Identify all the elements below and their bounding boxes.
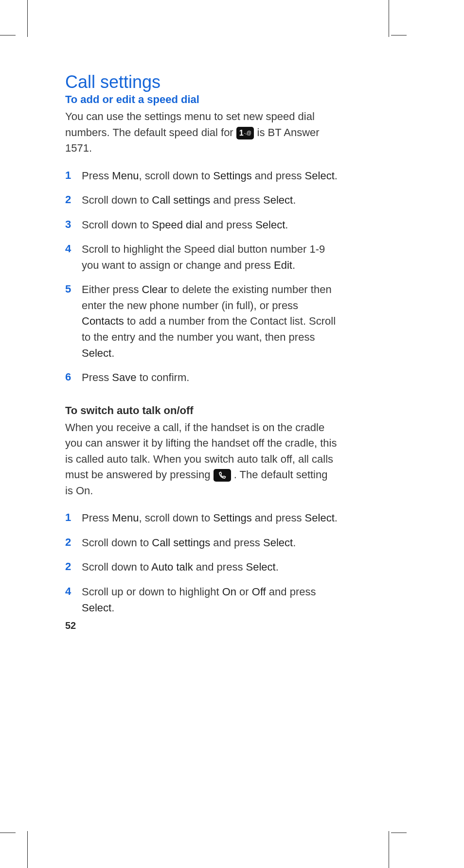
step-number: 1 [65,510,82,525]
steps-list-speed-dial: 1Press Menu, scroll down to Settings and… [65,168,338,386]
text-fragment: Press [82,170,112,182]
step-item: 4Scroll up or down to highlight On or Of… [65,584,338,616]
step-number: 4 [65,242,82,257]
text-fragment: . [335,170,338,182]
step-number: 2 [65,535,82,550]
text-fragment: Press [82,371,112,383]
step-item: 5Either press Clear to delete the existi… [65,282,338,361]
keyword: Clear [142,283,168,295]
crop-mark [391,833,407,833]
text-fragment: , scroll down to [139,512,213,524]
text-fragment: . [292,259,295,271]
text-fragment: and press [266,586,316,598]
step-text: Scroll down to Call settings and press S… [82,535,338,551]
step-text: Scroll to highlight the Speed dial butto… [82,242,338,273]
step-item: 1Press Menu, scroll down to Settings and… [65,168,338,184]
text-fragment: or [236,586,252,598]
step-number: 4 [65,584,82,599]
keyword: Contacts [82,315,124,327]
keyword: Settings [213,170,252,182]
step-number: 5 [65,282,82,297]
step-number: 6 [65,370,82,385]
keyword: Select [82,602,111,614]
text-fragment: . [111,347,114,359]
step-item: 4Scroll to highlight the Speed dial butt… [65,242,338,273]
text-fragment: . [293,537,296,549]
keyword: Select [263,537,293,549]
text-fragment: Scroll down to [82,561,151,573]
step-text: Press Menu, scroll down to Settings and … [82,510,338,526]
text-fragment: and press [210,194,263,206]
text-fragment: and press [210,537,263,549]
step-text: Either press Clear to delete the existin… [82,282,338,361]
text-fragment: . [293,194,296,206]
text-fragment: . [285,219,288,231]
page-content: Call settings To add or edit a speed dia… [65,72,338,625]
step-number: 2 [65,559,82,574]
step-item: 2Scroll down to Call settings and press … [65,535,338,551]
crop-mark [0,833,16,833]
text-fragment: Scroll down to [82,194,152,206]
step-number: 3 [65,217,82,232]
text-fragment: and press [252,512,305,524]
step-text: Scroll down to Call settings and press S… [82,192,338,208]
steps-list-auto-talk: 1Press Menu, scroll down to Settings and… [65,510,338,616]
step-item: 2Scroll down to Auto talk and press Sele… [65,559,338,575]
text-fragment: and press [193,561,246,573]
key-number: 1 [239,129,244,137]
key-symbols: -.@ [244,131,251,136]
text-fragment: Either press [82,283,142,295]
step-text: Scroll down to Auto talk and press Selec… [82,559,338,575]
text-fragment: . [111,602,114,614]
page-title: Call settings [65,72,338,92]
text-fragment: to confirm. [137,371,190,383]
step-item: 3Scroll down to Speed dial and press Sel… [65,217,338,233]
intro-text: . [90,485,93,497]
keyword: Save [112,371,136,383]
crop-mark [27,0,28,37]
text-fragment: and press [202,219,255,231]
keyword: Auto talk [151,561,193,573]
text-fragment: . [276,561,279,573]
section-heading-speed-dial: To add or edit a speed dial [65,93,338,106]
text-fragment: and press [252,170,305,182]
keyword: Select [255,219,285,231]
keyword: Select [305,512,335,524]
step-item: 6Press Save to confirm. [65,370,338,386]
keyword: Edit [274,259,292,271]
crop-mark [27,831,28,868]
step-number: 1 [65,168,82,183]
crop-mark [389,831,389,868]
text-fragment: Scroll down to [82,537,152,549]
keyword: Off [252,586,266,598]
text-fragment: Scroll down to [82,219,152,231]
keyword: Settings [213,512,252,524]
crop-mark [389,0,389,37]
keyword: On [222,586,236,598]
text-fragment: , scroll down to [139,170,213,182]
crop-mark [391,35,407,35]
keyword: Menu [112,170,139,182]
step-text: Press Save to confirm. [82,370,338,386]
section-intro-speed-dial: You can use the settings menu to set new… [65,109,338,156]
step-text: Press Menu, scroll down to Settings and … [82,168,338,184]
step-text: Scroll up or down to highlight On or Off… [82,584,338,616]
step-text: Scroll down to Speed dial and press Sele… [82,217,338,233]
keyword: Call settings [152,537,210,549]
key-one-icon: 1-.@ [236,127,254,139]
keyword: Speed dial [152,219,202,231]
keyword: Menu [112,512,139,524]
keyword: Select [246,561,276,573]
section-intro-auto-talk: When you receive a call, if the handset … [65,420,338,499]
keyword: Select [263,194,293,206]
step-item: 1Press Menu, scroll down to Settings and… [65,510,338,526]
section-heading-auto-talk: To switch auto talk on/off [65,404,338,417]
page-number: 52 [65,620,76,631]
keyword: Call settings [152,194,210,206]
talk-key-icon [214,469,231,482]
crop-mark [0,35,16,35]
keyword: Select [82,347,111,359]
step-item: 2Scroll down to Call settings and press … [65,192,338,208]
keyword: Select [305,170,335,182]
intro-keyword: On [76,485,90,497]
